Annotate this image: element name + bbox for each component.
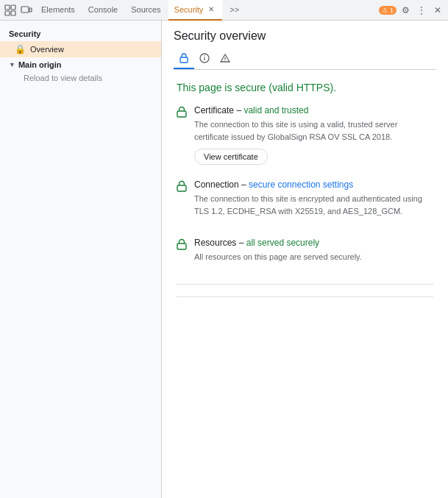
certificate-prefix: Certificate xyxy=(194,105,234,115)
certificate-text: The connection to this site is using a v… xyxy=(194,118,433,143)
select-element-icon[interactable] xyxy=(3,3,18,18)
sidebar-reload-detail: Reload to view details xyxy=(0,72,161,84)
panel-tab-bar xyxy=(174,49,436,70)
resources-prefix: Resources xyxy=(194,238,236,248)
tab-elements[interactable]: Elements xyxy=(35,0,81,21)
svg-rect-1 xyxy=(11,5,15,10)
connection-text: The connection to this site is encrypted… xyxy=(194,193,433,217)
certificate-link[interactable]: valid and trusted xyxy=(243,105,308,115)
svg-rect-3 xyxy=(11,11,15,15)
svg-rect-14 xyxy=(177,243,186,249)
settings-icon[interactable]: ⚙ xyxy=(398,3,413,18)
connection-dash: – xyxy=(241,179,249,190)
svg-point-11 xyxy=(224,60,225,61)
connection-link[interactable]: secure connection settings xyxy=(249,179,353,190)
certificate-dash: – xyxy=(236,105,243,115)
connection-prefix: Connection xyxy=(194,179,239,190)
badge-icon: ⚠ xyxy=(382,7,388,14)
tab-more[interactable]: >> xyxy=(224,0,245,21)
connection-body: Connection – secure connection settings … xyxy=(194,179,433,223)
panel-tab-lock[interactable] xyxy=(174,49,194,69)
resources-text: All resources on this page are served se… xyxy=(194,251,433,263)
tab-security-label: Security xyxy=(174,5,204,14)
panel-tab-info[interactable] xyxy=(194,49,215,69)
conn-lock-icon xyxy=(177,180,187,223)
resources-body: Resources – all served securely All reso… xyxy=(194,238,433,269)
tab-elements-label: Elements xyxy=(41,5,75,14)
connection-heading: Connection – secure connection settings xyxy=(194,179,433,190)
view-certificate-button[interactable]: View certificate xyxy=(194,149,268,165)
content-divider xyxy=(177,284,433,285)
certificate-section: Certificate – valid and trusted The conn… xyxy=(177,105,433,165)
resources-link[interactable]: all served securely xyxy=(246,238,319,248)
panel-bottom-area xyxy=(177,296,433,297)
panel-tab-warning[interactable] xyxy=(215,49,235,69)
tab-sources-label: Sources xyxy=(131,5,160,14)
svg-rect-2 xyxy=(5,11,10,15)
sidebar-title: Security xyxy=(0,26,161,41)
cert-lock-icon xyxy=(177,106,187,165)
sidebar: Security 🔒 Overview ▼ Main origin Reload… xyxy=(0,21,162,498)
sidebar-overview-label: Overview xyxy=(30,45,64,54)
tab-bar: Elements Console Sources Security ✕ >> ⚠… xyxy=(0,0,448,21)
error-badge[interactable]: ⚠ 1 xyxy=(379,6,397,15)
tab-security-close[interactable]: ✕ xyxy=(206,4,216,15)
tab-security[interactable]: Security ✕ xyxy=(168,0,223,21)
panel-header: Security overview xyxy=(162,21,448,70)
collapse-icon: ▼ xyxy=(9,61,15,68)
connection-section: Connection – secure connection settings … xyxy=(177,179,433,223)
svg-rect-0 xyxy=(5,5,10,10)
lock-small-icon: 🔒 xyxy=(15,44,26,54)
svg-rect-5 xyxy=(29,8,32,12)
secure-message: This page is secure (valid HTTPS). xyxy=(177,82,433,93)
certificate-heading: Certificate – valid and trusted xyxy=(194,105,433,115)
resources-section: Resources – all served securely All reso… xyxy=(177,238,433,269)
sidebar-item-overview[interactable]: 🔒 Overview xyxy=(0,41,161,57)
tab-console-label: Console xyxy=(88,5,118,14)
main-content: Security 🔒 Overview ▼ Main origin Reload… xyxy=(0,21,448,498)
tab-sources[interactable]: Sources xyxy=(125,0,166,21)
reload-label: Reload to view details xyxy=(24,74,102,82)
tab-bar-left: Elements Console Sources Security ✕ >> xyxy=(3,0,245,21)
tab-bar-right: ⚠ 1 ⚙ ⋮ ✕ xyxy=(379,3,445,18)
resources-heading: Resources – all served securely xyxy=(194,238,433,248)
device-toggle-icon[interactable] xyxy=(19,3,34,18)
svg-point-9 xyxy=(204,55,205,56)
res-lock-icon xyxy=(177,238,187,269)
sidebar-main-origin[interactable]: ▼ Main origin xyxy=(0,57,161,72)
badge-count: 1 xyxy=(390,7,394,14)
svg-rect-6 xyxy=(180,57,188,63)
sidebar-main-origin-label: Main origin xyxy=(18,60,62,69)
certificate-body: Certificate – valid and trusted The conn… xyxy=(194,105,433,165)
close-devtools-icon[interactable]: ✕ xyxy=(430,3,445,18)
more-options-icon[interactable]: ⋮ xyxy=(414,3,429,18)
tab-more-label: >> xyxy=(230,5,239,14)
panel-title: Security overview xyxy=(174,29,436,43)
svg-rect-12 xyxy=(177,111,186,117)
resources-dash: – xyxy=(239,238,246,248)
svg-rect-4 xyxy=(21,7,29,13)
tab-console[interactable]: Console xyxy=(82,0,124,21)
panel-content: This page is secure (valid HTTPS). Certi… xyxy=(162,70,448,498)
panel: Security overview xyxy=(162,21,448,498)
svg-rect-13 xyxy=(177,185,186,191)
